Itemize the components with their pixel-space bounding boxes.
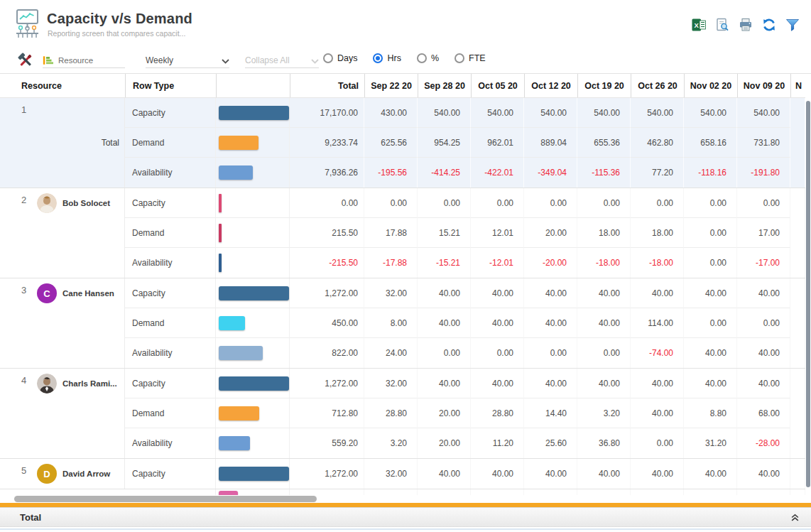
row-type-label: Capacity	[125, 459, 216, 489]
partial-column-cell	[790, 398, 805, 428]
resource-name: Cane Hansen	[62, 289, 114, 298]
column-header-sep-28-20[interactable]: Sep 28 20	[418, 74, 471, 97]
total-value: 1,272.00	[290, 459, 364, 489]
resource-cell: 3CCane Hansen	[0, 278, 125, 368]
header-actions: X	[691, 17, 800, 32]
column-header-oct-05-20[interactable]: Oct 05 20	[471, 74, 524, 97]
column-header-oct-26-20[interactable]: Oct 26 20	[631, 74, 684, 97]
total-value: 450.00	[290, 308, 364, 338]
week-value: 625.56	[364, 128, 418, 158]
week-value: 32.00	[364, 278, 418, 308]
resource-group-1: 1TotalCapacity17,170.00430.00540.00540.0…	[0, 98, 805, 188]
partial-column-cell	[790, 338, 805, 368]
report-logo-icon	[11, 8, 43, 40]
radio-selected-icon[interactable]	[373, 53, 383, 63]
double-chevron-up-icon[interactable]	[789, 511, 801, 523]
partial-column-cell	[790, 459, 805, 489]
week-value: 40.00	[631, 398, 684, 428]
column-header-row-type[interactable]: Row Type	[125, 74, 216, 97]
resource-person: DDavid Arrow	[37, 464, 110, 484]
column-header-nov-02-20[interactable]: Nov 02 20	[684, 74, 737, 97]
week-value: 40.00	[471, 369, 524, 398]
row-bar-cell	[216, 158, 290, 188]
period-select[interactable]: Weekly	[146, 53, 229, 68]
unit-radio-pct[interactable]: %	[417, 53, 439, 63]
partial-column-cell	[790, 128, 805, 158]
partial-column-cell	[790, 158, 805, 188]
column-header-nov-09-20[interactable]: Nov 09 20	[737, 74, 790, 97]
filter-icon[interactable]	[785, 17, 800, 32]
settings-tools-icon[interactable]	[17, 52, 34, 69]
excel-export-icon[interactable]: X	[691, 17, 706, 32]
unit-radio-label: %	[431, 53, 439, 63]
print-icon[interactable]	[738, 17, 753, 32]
vertical-scrollbar-thumb[interactable]	[806, 101, 810, 487]
column-header-total[interactable]: Total	[290, 74, 364, 97]
week-value: 40.00	[737, 459, 790, 489]
total-value: 712.80	[290, 398, 364, 428]
partial-column-cell	[790, 278, 805, 308]
row-type-label: Capacity	[125, 98, 216, 128]
bar-chart-icon	[43, 55, 53, 66]
column-header-sep-22-20[interactable]: Sep 22 20	[364, 74, 418, 97]
week-value: 889.04	[524, 128, 577, 158]
week-value: 40.00	[684, 369, 737, 398]
total-value: 0.00	[290, 188, 364, 218]
column-header-chart[interactable]	[216, 74, 290, 97]
avatar-initial: D	[37, 464, 57, 484]
partial-column-cell	[790, 188, 805, 218]
horizontal-scrollbar-thumb[interactable]	[14, 496, 317, 502]
week-value: -17.88	[364, 248, 418, 278]
partial-column-cell	[790, 369, 805, 398]
column-header-resource[interactable]: Resource	[0, 74, 125, 97]
week-value: 0.00	[577, 338, 631, 368]
row-type-label: Availability	[125, 248, 216, 278]
unit-radio-days[interactable]: Days	[323, 53, 357, 63]
print-preview-icon[interactable]	[714, 17, 729, 32]
row-type-label: Demand	[125, 218, 216, 248]
week-value: 40.00	[418, 278, 471, 308]
collapse-all-select[interactable]: Collapse All	[245, 53, 319, 68]
period-value: Weekly	[146, 55, 173, 65]
week-value: 20.00	[524, 218, 577, 248]
week-value: 40.00	[737, 338, 790, 368]
horizontal-scrollbar	[0, 495, 811, 503]
column-header-oct-19-20[interactable]: Oct 19 20	[577, 74, 631, 97]
week-value: -349.04	[524, 158, 577, 188]
column-header-oct-12-20[interactable]: Oct 12 20	[524, 74, 577, 97]
week-value: 18.00	[577, 218, 631, 248]
week-value: 0.00	[418, 338, 471, 368]
row-bar	[219, 106, 289, 120]
row-bar-cell	[216, 369, 290, 398]
radio-unselected-icon[interactable]	[417, 53, 427, 63]
row-bar	[219, 165, 253, 180]
resource-cell: 4Charls Rami...	[0, 369, 125, 458]
week-value: -115.36	[577, 158, 631, 188]
avatar-initial: C	[37, 283, 57, 303]
refresh-icon[interactable]	[761, 17, 776, 32]
week-value: 540.00	[631, 98, 684, 128]
row-bar-cell	[216, 398, 290, 428]
week-value: 0.00	[471, 338, 524, 368]
row-bar-cell	[216, 128, 290, 158]
row-bar	[219, 286, 289, 300]
partial-column-cell	[790, 218, 805, 248]
week-value: 77.20	[631, 158, 684, 188]
week-value: 40.00	[524, 369, 577, 398]
week-value: 28.80	[364, 398, 418, 428]
radio-unselected-icon[interactable]	[455, 53, 464, 63]
unit-radio-fte[interactable]: FTE	[455, 53, 486, 63]
group-by-select[interactable]: Resource	[43, 53, 125, 68]
group-by-value: Resource	[58, 56, 93, 65]
row-bar	[219, 254, 222, 272]
unit-radio-hrs[interactable]: Hrs	[373, 53, 401, 63]
week-value: 14.40	[524, 398, 577, 428]
column-header-n[interactable]: N	[790, 74, 805, 97]
week-value: -12.01	[471, 248, 524, 278]
resource-person: Bob Solocet	[37, 193, 110, 213]
collapse-all-value: Collapse All	[245, 55, 290, 65]
radio-unselected-icon[interactable]	[323, 53, 333, 63]
week-value: 0.00	[684, 188, 737, 218]
bottom-strip	[0, 528, 811, 532]
week-value: 114.00	[631, 308, 684, 338]
